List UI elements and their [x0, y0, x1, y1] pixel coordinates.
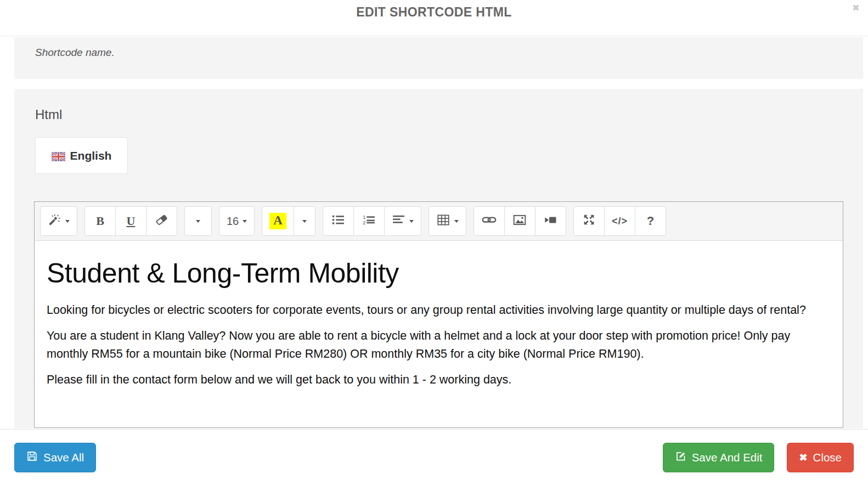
- close-label: Close: [813, 451, 842, 464]
- save-all-label: Save All: [43, 451, 84, 464]
- section-divider: [14, 79, 863, 89]
- font-size-dropdown[interactable]: 16: [219, 206, 255, 236]
- video-button[interactable]: [535, 206, 566, 236]
- editor-content-area[interactable]: Student & Long-Term Mobility Looking for…: [35, 241, 843, 427]
- content-paragraph: Please fill in the contact form below an…: [47, 371, 826, 388]
- content-heading: Student & Long-Term Mobility: [47, 257, 831, 289]
- codeview-button[interactable]: </>: [604, 206, 635, 236]
- tab-english[interactable]: English: [35, 137, 128, 174]
- underline-button[interactable]: U: [115, 206, 146, 236]
- modal-header: EDIT SHORTCODE HTML ✖: [0, 0, 868, 36]
- font-family-dropdown[interactable]: [184, 206, 212, 236]
- content-paragraph: Looking for bicycles or electric scooter…: [47, 301, 826, 319]
- uk-flag-icon: [52, 151, 65, 160]
- pencil-edit-icon: [675, 450, 686, 465]
- code-view-icon: </>: [612, 216, 628, 227]
- modal-title: EDIT SHORTCODE HTML: [356, 5, 512, 36]
- caret-down-icon: [243, 220, 247, 223]
- link-chain-icon: [482, 212, 497, 230]
- caret-down-icon: [65, 220, 70, 223]
- html-section: Html English: [14, 89, 863, 428]
- unordered-list-icon: [331, 213, 345, 229]
- caret-down-icon: [454, 220, 459, 223]
- svg-text:2: 2: [363, 220, 365, 225]
- fullscreen-arrows-icon: [582, 213, 596, 229]
- bold-icon: B: [96, 214, 104, 228]
- content-paragraph: You are a student in Klang Valley? Now y…: [47, 327, 826, 363]
- picture-button[interactable]: [504, 206, 536, 236]
- caret-down-icon: [196, 220, 200, 223]
- text-color-dropdown[interactable]: [294, 206, 315, 236]
- highlight-color-icon: A: [269, 213, 286, 229]
- ordered-list-button[interactable]: 1 2: [353, 206, 385, 236]
- help-button[interactable]: ?: [635, 206, 666, 236]
- floppy-save-icon: [26, 450, 38, 465]
- editor-toolbar: B U: [35, 202, 843, 241]
- font-size-value: 16: [227, 215, 239, 228]
- svg-text:1: 1: [363, 215, 365, 220]
- fullscreen-button[interactable]: [573, 206, 605, 236]
- html-label: Html: [34, 107, 863, 122]
- link-button[interactable]: [474, 206, 505, 236]
- tab-english-label: English: [70, 149, 112, 162]
- bold-button[interactable]: B: [84, 206, 116, 236]
- unordered-list-button[interactable]: [323, 206, 354, 236]
- modal-body: Shortcode name. Html English: [0, 36, 868, 428]
- paragraph-align-button[interactable]: [384, 206, 421, 236]
- richtext-editor: B U: [34, 201, 843, 428]
- close-icon[interactable]: ✖: [852, 3, 860, 13]
- table-grid-icon: [436, 213, 450, 230]
- close-x-icon: ✖: [799, 452, 807, 464]
- picture-icon: [512, 213, 527, 230]
- underline-icon: U: [127, 214, 136, 228]
- save-all-button[interactable]: Save All: [14, 443, 96, 472]
- magic-wand-icon: [48, 213, 61, 229]
- clear-format-button[interactable]: [146, 206, 177, 236]
- text-color-button[interactable]: A: [262, 206, 294, 236]
- caret-down-icon: [302, 220, 307, 223]
- modal-footer: Save All Save And Edit ✖ Close: [0, 429, 868, 485]
- shortcode-name-label: Shortcode name.: [35, 47, 863, 59]
- paragraph-align-icon: [392, 213, 405, 229]
- video-camera-icon: [543, 213, 557, 230]
- style-dropdown-button[interactable]: [40, 206, 77, 236]
- ordered-list-icon: 1 2: [362, 213, 376, 229]
- help-question-icon: ?: [647, 214, 654, 228]
- save-and-edit-button[interactable]: Save And Edit: [663, 443, 775, 472]
- eraser-icon: [155, 213, 168, 229]
- save-and-edit-label: Save And Edit: [692, 451, 763, 464]
- caret-down-icon: [409, 220, 414, 223]
- close-button[interactable]: ✖ Close: [787, 443, 854, 472]
- shortcode-name-section: Shortcode name.: [14, 37, 863, 79]
- table-button[interactable]: [429, 206, 466, 236]
